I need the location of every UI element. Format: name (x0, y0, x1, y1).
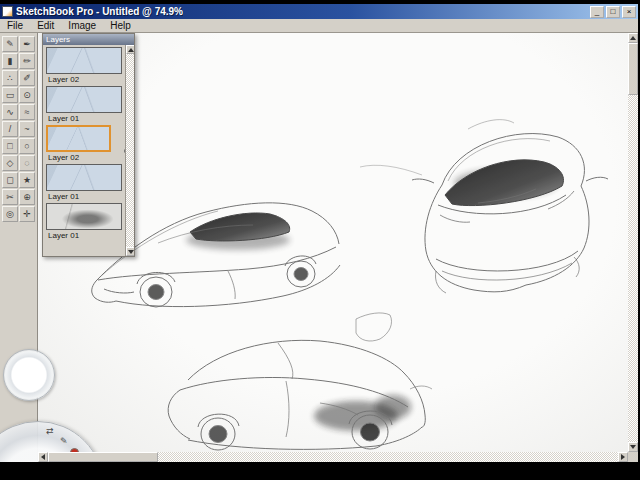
ellipse-icon: ○ (24, 141, 29, 151)
layer-thumbnail[interactable] (46, 164, 122, 191)
eraser-icon: ▭ (6, 90, 15, 100)
eyedropper-icon: ⊕ (23, 192, 31, 202)
title-bar[interactable]: SketchBook Pro - Untitled @ 74.9% _ □ × (0, 4, 638, 19)
lasso-select-icon: ◌ (24, 158, 29, 168)
horizontal-scroll-thumb[interactable] (48, 452, 158, 462)
marker-icon: ▮ (8, 56, 13, 66)
magic-wand-icon: ★ (23, 175, 31, 185)
arrow-up-icon (630, 36, 636, 40)
layer-name: Layer 02 (46, 152, 122, 162)
tool-rect-select[interactable]: ◻ (2, 172, 18, 188)
tool-eyedropper[interactable]: ⊕ (19, 189, 35, 205)
menu-bar: File Edit Image Help (0, 19, 638, 33)
scroll-right-button[interactable] (618, 452, 628, 462)
polygon-icon: ◇ (7, 158, 14, 168)
layer-item-5[interactable]: Layer 01 (46, 203, 122, 240)
app-window: SketchBook Pro - Untitled @ 74.9% _ □ × … (0, 4, 638, 462)
tool-pan[interactable]: ✛ (19, 206, 35, 222)
window-title: SketchBook Pro - Untitled @ 74.9% (16, 6, 183, 17)
layers-list: Layer 02 Layer 01 + Layer 02 (43, 45, 134, 256)
minimize-button[interactable]: _ (590, 6, 604, 18)
tool-zoom[interactable]: ◎ (2, 206, 18, 222)
menu-help[interactable]: Help (103, 19, 138, 32)
car-sketch-right (360, 120, 608, 293)
brush-quick-icon[interactable]: ✎ (60, 436, 68, 446)
tool-marker[interactable]: ▮ (2, 53, 18, 69)
tool-smear[interactable]: ∿ (2, 104, 18, 120)
vertical-scrollbar[interactable] (628, 33, 638, 452)
layer-name: Layer 01 (46, 230, 122, 240)
layer-name: Layer 02 (46, 74, 122, 84)
tool-chisel[interactable]: ✏ (19, 53, 35, 69)
layers-scroll-up[interactable] (126, 45, 134, 54)
car-sketch-bottom (168, 313, 432, 450)
tool-lasso-select[interactable]: ◌ (19, 155, 35, 171)
layer-thumbnail[interactable] (46, 203, 122, 230)
tool-pen[interactable]: ✒ (19, 36, 35, 52)
layer-item-4[interactable]: Layer 01 (46, 164, 122, 201)
layer-item-1[interactable]: Layer 02 (46, 47, 122, 84)
tool-pencil[interactable]: ✎ (2, 36, 18, 52)
layers-scrollbar[interactable] (125, 45, 134, 256)
tool-line[interactable]: / (2, 121, 18, 137)
layer-thumbnail[interactable] (46, 47, 122, 74)
undo-redo-icon[interactable]: ⇄ (46, 426, 54, 436)
menu-image[interactable]: Image (61, 19, 103, 32)
tool-eraser[interactable]: ▭ (2, 87, 18, 103)
scroll-left-button[interactable] (38, 452, 48, 462)
layer-name: Layer 01 (46, 113, 122, 123)
layer-item-2[interactable]: Layer 01 (46, 86, 122, 123)
workspace: ✎ ✒ ▮ ✏ ∴ ✐ ▭ ⊙ ∿ ≈ / ~ □ ○ ◇ ◌ ◻ ★ ✂ ⊕ (0, 33, 638, 462)
layers-scroll-down[interactable] (126, 247, 134, 256)
tool-paintbrush[interactable]: ✐ (19, 70, 35, 86)
tool-airbrush[interactable]: ∴ (2, 70, 18, 86)
pan-icon: ✛ (23, 209, 31, 219)
paintbrush-icon: ✐ (23, 73, 31, 83)
smear-icon: ∿ (6, 107, 14, 117)
line-icon: / (9, 124, 12, 134)
tool-crop[interactable]: ✂ (2, 189, 18, 205)
arrow-down-icon (630, 445, 636, 449)
tool-polygon[interactable]: ◇ (2, 155, 18, 171)
pencil-icon: ✎ (6, 39, 14, 49)
layer-thumbnail[interactable] (46, 125, 111, 152)
layer-name: Layer 01 (46, 191, 122, 201)
blur-icon: ≈ (25, 107, 30, 117)
flood-fill-icon: ⊙ (23, 90, 31, 100)
crop-icon: ✂ (6, 192, 14, 202)
arrow-right-icon (621, 454, 625, 460)
tool-ellipse[interactable]: ○ (19, 138, 35, 154)
vertical-scroll-thumb[interactable] (628, 43, 638, 95)
maximize-button[interactable]: □ (606, 6, 620, 18)
layer-thumbnail[interactable] (46, 86, 122, 113)
tool-rectangle[interactable]: □ (2, 138, 18, 154)
chisel-icon: ✏ (23, 56, 31, 66)
layer-item-3-selected[interactable]: + Layer 02 (46, 125, 122, 162)
layers-palette-title[interactable]: Layers (43, 34, 134, 45)
curve-icon: ~ (24, 124, 29, 134)
tool-curve[interactable]: ~ (19, 121, 35, 137)
brush-puck[interactable] (3, 349, 55, 401)
scroll-down-button[interactable] (628, 442, 638, 452)
menu-file[interactable]: File (0, 19, 30, 32)
zoom-icon: ◎ (6, 209, 14, 219)
horizontal-scrollbar[interactable] (38, 452, 628, 462)
tool-blur[interactable]: ≈ (19, 104, 35, 120)
arrow-left-icon (41, 454, 45, 460)
app-icon (2, 6, 13, 17)
layers-palette: Layers Layer 02 Layer 01 + (42, 33, 135, 257)
arrow-up-icon (128, 48, 134, 52)
scroll-up-button[interactable] (628, 33, 638, 43)
tool-flood-fill[interactable]: ⊙ (19, 87, 35, 103)
arrow-down-icon (128, 250, 134, 254)
pen-icon: ✒ (23, 39, 31, 49)
rectangle-icon: □ (7, 141, 12, 151)
rect-select-icon: ◻ (6, 175, 13, 185)
video-frame: SketchBook Pro - Untitled @ 74.9% _ □ × … (0, 0, 640, 480)
scrollbar-corner (628, 452, 638, 462)
tool-magic-wand[interactable]: ★ (19, 172, 35, 188)
close-button[interactable]: × (622, 6, 636, 18)
airbrush-icon: ∴ (7, 73, 13, 83)
menu-edit[interactable]: Edit (30, 19, 61, 32)
